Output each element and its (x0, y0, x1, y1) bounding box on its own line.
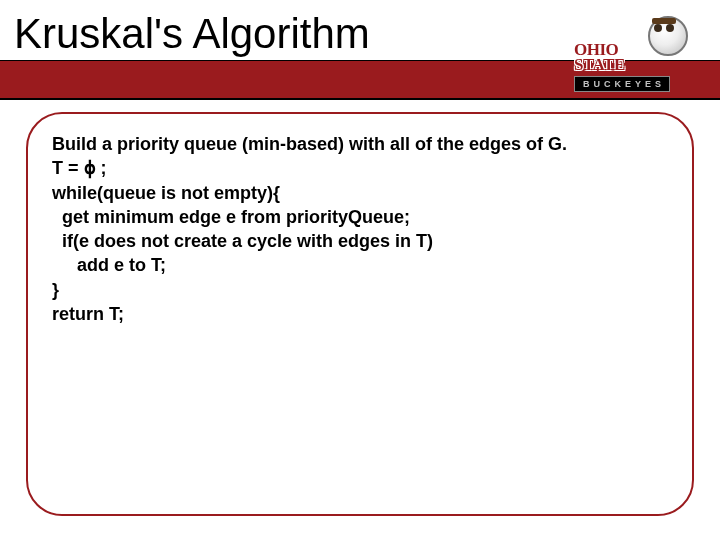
logo-sub: BUCKEYES (574, 76, 670, 92)
code-line: if(e does not create a cycle with edges … (52, 231, 433, 251)
content-box: Build a priority queue (min-based) with … (26, 112, 694, 516)
logo-wordmark: OHIO STATE BUCKEYES (574, 42, 704, 92)
code-line: Build a priority queue (min-based) with … (52, 134, 567, 154)
ohio-state-logo: OHIO STATE BUCKEYES (574, 8, 704, 102)
logo-line2: STATE (574, 55, 625, 74)
code-line: get minimum edge e from priorityQueue; (52, 207, 410, 227)
code-line: add e to T; (52, 255, 166, 275)
code-line: T = ϕ ; (52, 158, 107, 178)
code-line: while(queue is not empty){ (52, 183, 280, 203)
pseudocode: Build a priority queue (min-based) with … (52, 132, 668, 326)
code-line: return T; (52, 304, 124, 324)
slide: Kruskal's Algorithm OHIO STATE BUCKEYES … (0, 0, 720, 540)
code-line: } (52, 280, 59, 300)
